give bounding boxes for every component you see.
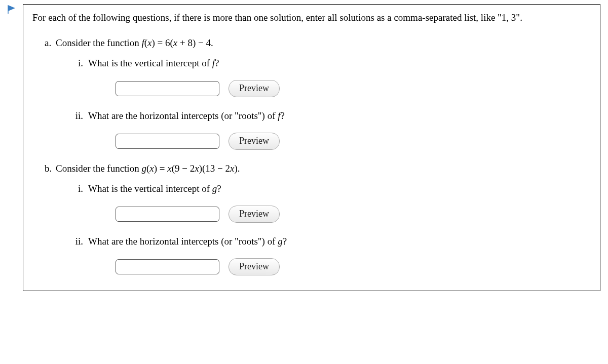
intro-text: For each of the following questions, if … [32,11,591,25]
sub-text-ai: What is the vertical intercept of f? [88,58,219,69]
sub-text-bii: What are the horizontal intercepts (or "… [88,236,287,247]
part-a-sub-ii: ii. What are the horizontal intercepts (… [70,110,591,150]
sub-label-ai: i. [70,58,83,69]
answer-input-a-ii[interactable] [116,134,219,149]
part-b-sub-ii: ii. What are the horizontal intercepts (… [70,236,591,275]
part-a-sub-i: i. What is the vertical intercept of f? … [70,58,591,97]
sub-label-bii: ii. [70,236,83,247]
answer-input-b-ii[interactable] [116,259,219,274]
flag-icon[interactable] [8,5,16,14]
answer-input-a-i[interactable] [116,81,219,96]
sub-text-bi: What is the vertical intercept of g? [88,183,221,194]
question-box: For each of the following questions, if … [23,4,600,291]
sub-label-aii: ii. [70,110,83,122]
part-a-prompt: Consider the function f(x) = 6(x + 8) − … [56,37,213,49]
answer-input-b-i[interactable] [116,207,219,222]
part-b: b. Consider the function g(x) = x(9 − 2x… [45,163,591,275]
part-a-label: a. [45,37,56,49]
preview-button-a-i[interactable]: Preview [229,80,280,97]
preview-button-b-ii[interactable]: Preview [229,258,280,275]
part-b-label: b. [45,163,56,174]
sub-text-aii: What are the horizontal intercepts (or "… [88,110,285,122]
preview-button-a-ii[interactable]: Preview [229,133,280,150]
preview-button-b-i[interactable]: Preview [229,206,280,223]
part-a: a. Consider the function f(x) = 6(x + 8)… [45,37,591,150]
part-b-sub-i: i. What is the vertical intercept of g? … [70,183,591,223]
part-b-prompt: Consider the function g(x) = x(9 − 2x)(1… [56,163,240,174]
sub-label-bi: i. [70,183,83,194]
